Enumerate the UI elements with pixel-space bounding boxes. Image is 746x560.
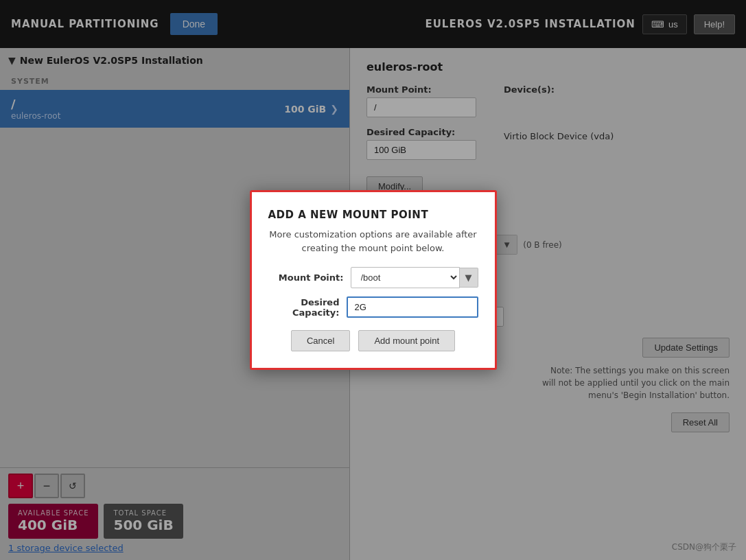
modal-cancel-button[interactable]: Cancel [291,330,350,351]
modal-overlay: ADD A NEW MOUNT POINT More customization… [0,0,746,560]
modal-subtitle: More customization options are available… [268,228,478,255]
modal-capacity-label: Desired Capacity: [268,297,340,318]
modal-select-arrow-icon[interactable]: ▼ [460,268,478,288]
modal-mount-label: Mount Point: [268,272,344,283]
modal-add-button[interactable]: Add mount point [358,330,455,351]
modal-capacity-input[interactable] [347,296,478,318]
modal-title: ADD A NEW MOUNT POINT [268,209,478,221]
modal-mount-select[interactable]: /boot / /home /var swap [351,267,460,288]
modal-mount-row: Mount Point: /boot / /home /var swap ▼ [268,267,478,288]
modal-capacity-row: Desired Capacity: [268,296,478,318]
modal-select-wrapper: /boot / /home /var swap ▼ [351,267,478,288]
modal-dialog: ADD A NEW MOUNT POINT More customization… [250,190,497,370]
modal-buttons: Cancel Add mount point [268,330,478,351]
